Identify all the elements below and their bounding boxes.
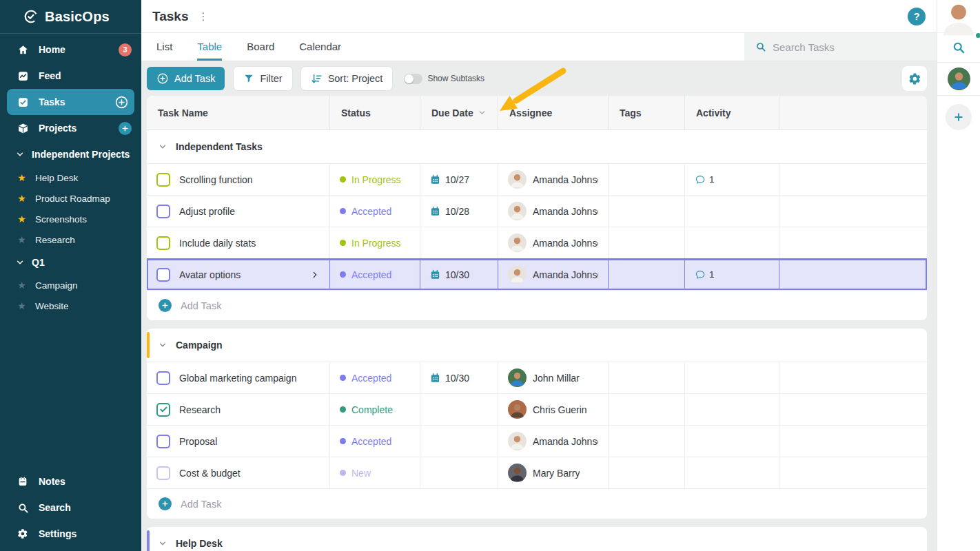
show-subtasks-toggle[interactable]: Show Subtasks: [404, 74, 484, 84]
chevron-down-icon[interactable]: [158, 340, 167, 350]
teammate-avatar[interactable]: [948, 67, 970, 90]
activity-cell[interactable]: [685, 362, 779, 393]
activity-cell[interactable]: [685, 196, 779, 227]
due-date-cell[interactable]: [420, 426, 498, 457]
activity-cell[interactable]: [685, 426, 779, 457]
tab-board[interactable]: Board: [247, 33, 274, 61]
avatar[interactable]: [508, 170, 527, 189]
tags-cell[interactable]: [609, 164, 685, 195]
search-tasks-box[interactable]: [744, 33, 937, 61]
add-task-quick-icon[interactable]: [114, 95, 129, 110]
tags-cell[interactable]: [609, 426, 685, 457]
task-checkbox[interactable]: [156, 268, 170, 282]
activity-cell[interactable]: [685, 457, 779, 488]
avatar[interactable]: [508, 202, 527, 220]
column-header-status[interactable]: Status: [330, 96, 420, 129]
chevron-right-icon[interactable]: [310, 270, 320, 280]
current-user-section[interactable]: [937, 0, 980, 33]
add-task-button[interactable]: Add Task: [147, 67, 225, 90]
app-logo[interactable]: BasicOps: [0, 0, 141, 34]
column-header-activity[interactable]: Activity: [685, 96, 779, 129]
column-header-assignee[interactable]: Assignee: [498, 96, 609, 129]
task-checkbox[interactable]: [156, 371, 170, 385]
toggle-off-icon[interactable]: [404, 74, 422, 84]
task-status[interactable]: New: [351, 468, 371, 479]
add-member-button[interactable]: [946, 104, 972, 130]
due-date[interactable]: 10/27: [445, 174, 469, 185]
tags-cell[interactable]: [609, 457, 685, 488]
column-header-due-date[interactable]: Due Date: [420, 96, 498, 129]
sort-button[interactable]: Sort: Project: [301, 67, 393, 90]
sidebar-item-research[interactable]: ★ Research: [0, 229, 141, 250]
due-date-cell[interactable]: [420, 457, 498, 488]
task-status[interactable]: Complete: [351, 404, 393, 415]
sidebar-item-tasks[interactable]: Tasks: [7, 89, 134, 115]
sort-chevron-down-icon[interactable]: [478, 108, 487, 117]
comments-indicator[interactable]: 1: [695, 269, 715, 280]
tab-calendar[interactable]: Calendar: [299, 33, 341, 61]
add-task-row[interactable]: Add Task: [147, 488, 927, 519]
tags-cell[interactable]: [609, 362, 685, 393]
comments-indicator[interactable]: 1: [695, 174, 715, 185]
task-checkbox[interactable]: [156, 173, 170, 187]
task-checkbox-checked[interactable]: [156, 403, 170, 417]
tags-cell[interactable]: [609, 394, 685, 425]
task-name[interactable]: Research: [179, 404, 221, 415]
current-user-avatar[interactable]: [937, 0, 980, 38]
tags-cell[interactable]: [609, 227, 685, 258]
task-name[interactable]: Cost & budget: [179, 468, 241, 479]
task-name[interactable]: Include daily stats: [179, 238, 256, 249]
avatar[interactable]: [508, 464, 527, 482]
activity-cell[interactable]: [685, 227, 779, 258]
table-row[interactable]: Include daily stats In Progress Amanda J…: [147, 227, 927, 258]
group-header[interactable]: Campaign: [147, 329, 927, 362]
task-status[interactable]: Accepted: [351, 373, 391, 384]
chevron-down-icon[interactable]: [158, 142, 167, 152]
sidebar-item-notes[interactable]: Notes: [0, 468, 141, 495]
tags-cell[interactable]: [609, 196, 685, 227]
avatar[interactable]: [508, 368, 527, 387]
search-icon[interactable]: [952, 41, 966, 54]
task-name[interactable]: Scrolling function: [179, 174, 253, 185]
group-header[interactable]: Independent Tasks: [147, 130, 927, 163]
task-status[interactable]: Accepted: [351, 436, 391, 447]
sidebar-section-q1[interactable]: Q1: [0, 250, 141, 275]
task-checkbox[interactable]: [156, 466, 170, 480]
sidebar-item-home[interactable]: Home 3: [0, 37, 141, 63]
star-icon[interactable]: ★: [17, 280, 27, 290]
sidebar-item-feed[interactable]: Feed: [0, 63, 141, 89]
task-status[interactable]: Accepted: [351, 206, 391, 217]
task-name[interactable]: Global marketing campaign: [179, 373, 296, 384]
task-name[interactable]: Proposal: [179, 436, 217, 447]
help-button[interactable]: ?: [908, 8, 926, 25]
task-name[interactable]: Adjust profile: [179, 206, 235, 217]
task-name[interactable]: Avatar options: [179, 269, 241, 280]
table-row[interactable]: Scrolling function In Progress 10/27 Ama…: [147, 163, 927, 195]
add-project-icon[interactable]: [119, 122, 132, 135]
avatar[interactable]: [508, 400, 527, 419]
table-row[interactable]: Proposal Accepted Amanda Johnson: [147, 425, 927, 457]
due-date[interactable]: 10/30: [445, 269, 469, 280]
avatar[interactable]: [508, 432, 527, 450]
star-icon[interactable]: ★: [17, 194, 27, 203]
table-row[interactable]: Research Complete Chris Guerin: [147, 393, 927, 425]
due-date-cell[interactable]: [420, 227, 498, 258]
star-icon[interactable]: ★: [17, 301, 27, 311]
sidebar-item-help-desk[interactable]: ★ Help Desk: [0, 167, 141, 188]
table-row[interactable]: Adjust profile Accepted 10/28 Amanda Joh…: [147, 195, 927, 227]
teammate-section[interactable]: [937, 63, 980, 96]
column-header-tags[interactable]: Tags: [609, 96, 685, 129]
task-status[interactable]: Accepted: [351, 269, 391, 280]
sidebar-item-website[interactable]: ★ Website: [0, 295, 141, 316]
group-header[interactable]: Help Desk: [147, 527, 927, 551]
avatar[interactable]: [508, 233, 527, 252]
sidebar-item-projects[interactable]: Projects: [0, 115, 141, 141]
task-checkbox[interactable]: [156, 435, 170, 448]
sidebar-item-campaign[interactable]: ★ Campaign: [0, 275, 141, 295]
chevron-down-icon[interactable]: [158, 539, 167, 548]
search-tasks-input[interactable]: [773, 41, 910, 53]
due-date-cell[interactable]: [420, 394, 498, 425]
tab-list[interactable]: List: [156, 33, 172, 61]
due-date[interactable]: 10/30: [445, 373, 469, 384]
task-status[interactable]: In Progress: [351, 174, 401, 185]
